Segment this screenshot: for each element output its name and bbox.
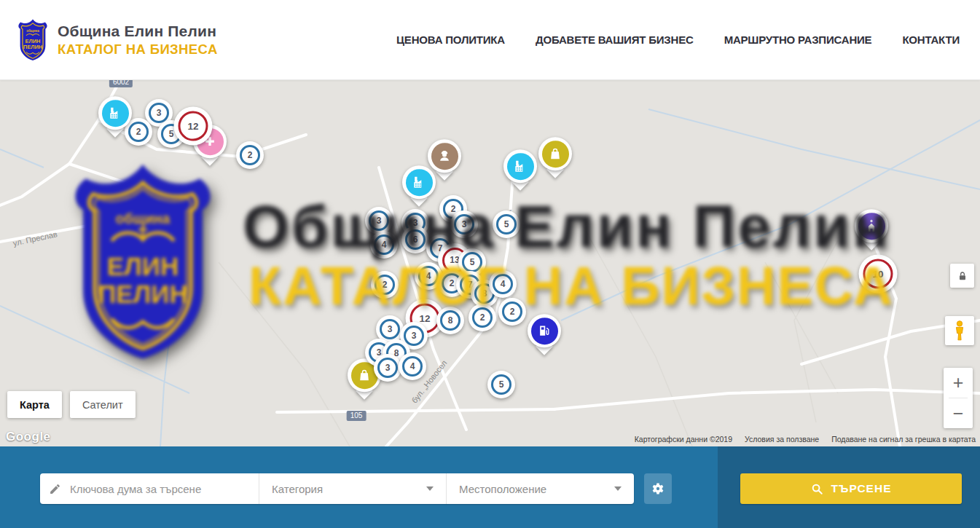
svg-text:ЕЛИН: ЕЛИН bbox=[26, 37, 41, 44]
factory-pin-marker[interactable] bbox=[503, 149, 537, 183]
nav-add-your-business[interactable]: ДОБАВЕТЕ ВАШИЯТ БИЗНЕС bbox=[536, 34, 694, 46]
fuel-pin-marker[interactable] bbox=[528, 314, 561, 347]
report-map-error-link[interactable]: Подаване на сигнал за грешка в картата bbox=[831, 435, 976, 444]
search-button-label: ТЪРСЕНЕ bbox=[831, 482, 892, 495]
bag-pin-marker[interactable] bbox=[538, 137, 572, 170]
gear-icon bbox=[651, 481, 665, 496]
zoom-control: + − bbox=[944, 368, 973, 428]
brand-subtitle: КАТАЛОГ НА БИЗНЕСА bbox=[58, 42, 218, 58]
terms-of-use-link[interactable]: Условия за ползване bbox=[745, 435, 819, 444]
header: община ЕЛИН ПЕЛИН Община Елин Пелин КАТА… bbox=[0, 0, 980, 80]
location-select[interactable]: Местоположение bbox=[446, 473, 634, 504]
svg-text:община: община bbox=[26, 28, 39, 32]
keyword-field-wrap bbox=[40, 473, 259, 504]
attribution-copyright: Картографски данни ©2019 bbox=[635, 435, 732, 444]
map-canvas[interactable]: ул. Преславбул. „Новоселция 6002105 3251… bbox=[0, 80, 980, 446]
pin-front-layer bbox=[0, 80, 980, 446]
pencil-icon bbox=[49, 483, 61, 495]
church-pin-marker[interactable] bbox=[855, 209, 888, 243]
zoom-out-button[interactable]: − bbox=[944, 398, 973, 428]
search-input-group: Категория Местоположение bbox=[40, 473, 634, 504]
svg-text:ПЕЛИН: ПЕЛИН bbox=[23, 43, 42, 50]
category-select-value: Категория bbox=[272, 483, 323, 495]
street-view-pegman-button[interactable] bbox=[945, 316, 974, 345]
search-button[interactable]: ТЪРСЕНЕ bbox=[740, 473, 962, 504]
map-type-satellite-button[interactable]: Сателит bbox=[70, 391, 136, 418]
category-select[interactable]: Категория bbox=[259, 473, 446, 504]
brand-title: Община Елин Пелин bbox=[58, 23, 218, 40]
google-logo[interactable]: Google bbox=[6, 430, 51, 444]
map-attribution: Картографски данни ©2019 Условия за полз… bbox=[635, 435, 976, 444]
factory-pin-marker[interactable] bbox=[98, 96, 132, 130]
search-icon bbox=[811, 483, 823, 495]
location-select-value: Местоположение bbox=[459, 483, 546, 495]
chevron-down-icon bbox=[614, 486, 622, 491]
municipality-emblem-logo: община ЕЛИН ПЕЛИН bbox=[16, 17, 50, 63]
nav-contacts[interactable]: КОНТАКТИ bbox=[902, 34, 960, 46]
brand[interactable]: община ЕЛИН ПЕЛИН Община Елин Пелин КАТА… bbox=[16, 17, 218, 63]
lock-icon bbox=[957, 270, 968, 282]
search-bar: Категория Местоположение ТЪРСЕНЕ bbox=[0, 446, 980, 528]
keyword-search-input[interactable] bbox=[68, 482, 250, 496]
map-type-switcher: Карта Сателит bbox=[7, 391, 136, 418]
map-type-map-button[interactable]: Карта bbox=[7, 391, 62, 418]
chevron-down-icon bbox=[426, 486, 434, 491]
main-nav: ЦЕНОВА ПОЛИТИКА ДОБАВЕТЕ ВАШИЯТ БИЗНЕС М… bbox=[396, 34, 960, 46]
zoom-in-button[interactable]: + bbox=[944, 368, 973, 398]
nav-pricing-policy[interactable]: ЦЕНОВА ПОЛИТИКА bbox=[396, 34, 505, 46]
advanced-search-settings-button[interactable] bbox=[644, 473, 672, 504]
lock-button[interactable] bbox=[950, 264, 974, 288]
factory-pin-marker[interactable] bbox=[402, 165, 436, 199]
nav-route-schedule[interactable]: МАРШРУТНО РАЗПИСАНИЕ bbox=[724, 34, 872, 46]
pegman-icon bbox=[952, 320, 968, 342]
